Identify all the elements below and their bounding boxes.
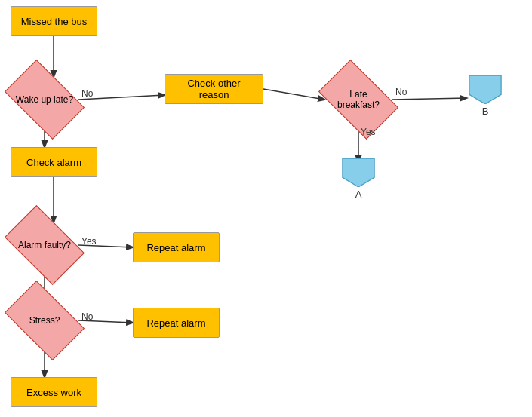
repeat-alarm-2-node: Repeat alarm [133,308,220,338]
wake-up-late-node: Wake up late? [11,77,78,122]
stress-node: Stress? [11,298,78,343]
excess-work-node: Excess work [11,377,97,407]
check-alarm-node: Check alarm [11,147,97,177]
svg-line-3 [392,98,466,100]
svg-marker-11 [469,75,501,104]
missed-the-bus-node: Missed the bus [11,6,97,36]
svg-line-2 [263,89,324,100]
repeat-alarm-1-node: Repeat alarm [133,232,220,262]
late-breakfast-node: Late breakfast? [324,77,392,122]
yes-alarm-faulty-label: Yes [81,236,97,247]
yes-late-breakfast-label: Yes [361,127,376,137]
no-late-breakfast-label: No [395,87,407,97]
connections-svg [0,0,532,417]
no-stress-label: No [81,311,93,322]
alarm-faulty-node: Alarm faulty? [11,222,78,268]
flowchart-canvas: Missed the bus Wake up late? No Check ot… [0,0,532,417]
no-wake-label: No [81,88,93,99]
node-b: B [466,75,504,117]
svg-marker-12 [343,158,374,187]
check-other-reason-node: Check other reason [165,74,263,104]
node-a: A [340,158,377,200]
